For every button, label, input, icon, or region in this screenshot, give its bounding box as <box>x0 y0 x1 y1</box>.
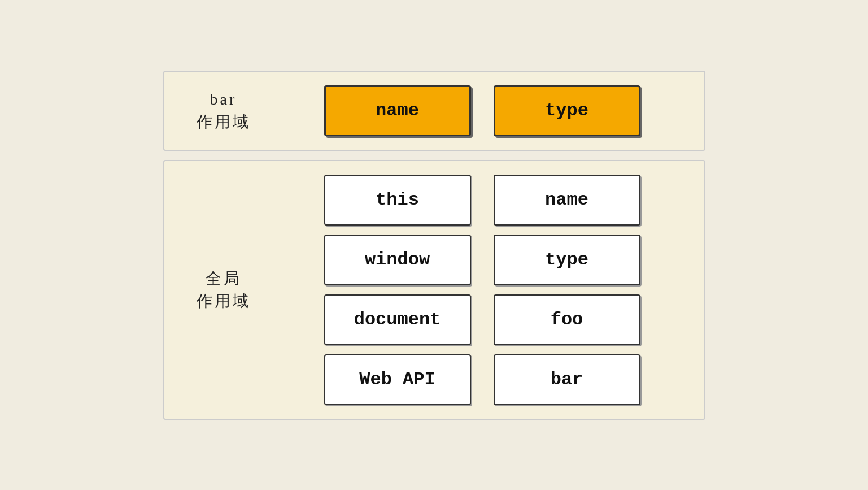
global-bar-card: bar <box>494 354 640 405</box>
global-scope-label-line1: 全局 <box>206 270 242 287</box>
bar-scope-column-1: type <box>494 85 640 136</box>
global-this-card: this <box>324 175 471 226</box>
global-type-card: type <box>494 235 640 285</box>
global-window-card: window <box>324 235 471 285</box>
global-scope-column-0: this window document Web API <box>324 175 471 405</box>
global-name-card: name <box>494 175 640 226</box>
bar-scope-label-line1: bar <box>210 90 237 108</box>
global-scope-label-line2: 作用域 <box>197 292 251 310</box>
bar-scope-label: bar 作用域 <box>187 88 260 132</box>
bar-name-card: name <box>324 85 471 136</box>
bar-scope-cards: name type <box>283 85 682 136</box>
bar-scope-section: bar 作用域 name type <box>163 71 705 151</box>
global-document-card: document <box>324 294 471 345</box>
global-scope-column-1: name type foo bar <box>494 175 640 405</box>
bar-scope-label-line2: 作用域 <box>197 113 251 131</box>
global-scope-label: 全局 作用域 <box>187 267 260 311</box>
global-scope-section: 全局 作用域 this window document Web API name… <box>163 160 705 420</box>
bar-type-card: type <box>494 85 640 136</box>
global-foo-card: foo <box>494 294 640 345</box>
global-webapi-card: Web API <box>324 354 471 405</box>
global-scope-cards: this window document Web API name type f… <box>283 175 682 405</box>
bar-scope-column-0: name <box>324 85 471 136</box>
